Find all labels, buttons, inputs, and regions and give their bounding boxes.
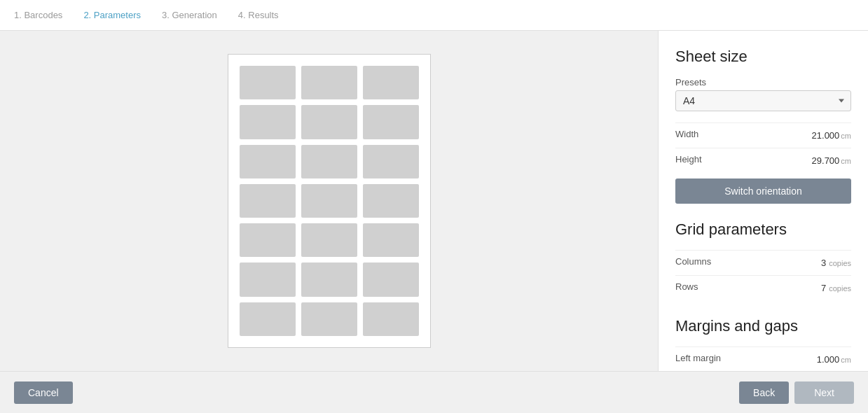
cancel-button[interactable]: Cancel — [14, 382, 73, 404]
bottom-bar: Cancel Back Next — [0, 371, 868, 413]
width-label: Width — [675, 129, 698, 139]
left-margin-label: Left margin — [675, 353, 721, 363]
sheet-size-title: Sheet size — [675, 48, 851, 66]
barcode-cell — [301, 262, 357, 296]
rows-value: 7copies — [821, 283, 851, 293]
barcode-cell — [301, 223, 357, 257]
sheet-preview — [228, 54, 431, 348]
nav-step-generation[interactable]: 3. Generation — [162, 10, 217, 20]
preview-area — [0, 31, 658, 371]
top-nav: 1. Barcodes 2. Parameters 3. Generation … — [0, 0, 868, 31]
nav-step-parameters[interactable]: 2. Parameters — [83, 10, 141, 20]
barcode-cell — [240, 145, 296, 178]
barcode-cell — [240, 66, 296, 99]
rows-row: Rows 7copies — [675, 275, 851, 300]
height-value: 29.700cm — [812, 155, 851, 166]
barcode-cell — [301, 145, 357, 178]
margins-title: Margins and gaps — [675, 317, 851, 335]
barcode-cell — [363, 145, 419, 178]
width-value: 21.000cm — [812, 130, 851, 141]
back-button[interactable]: Back — [739, 382, 789, 404]
rows-label: Rows — [675, 281, 698, 292]
barcode-cell — [363, 262, 419, 296]
main-content: Sheet size Presets A4 Width 21.000cm Hei… — [0, 31, 868, 371]
width-row: Width 21.000cm — [675, 122, 851, 148]
barcode-cell — [363, 302, 419, 336]
left-margin-row: Left margin 1.000cm — [675, 346, 851, 371]
preset-select-wrapper: A4 — [675, 90, 851, 111]
barcode-cell — [240, 223, 296, 257]
columns-row: Columns 3copies — [675, 250, 851, 275]
preset-select[interactable]: A4 — [675, 90, 851, 111]
barcode-cell — [301, 302, 357, 336]
grid-params-title: Grid parameters — [675, 220, 851, 239]
barcode-cell — [301, 184, 357, 218]
barcode-cell — [363, 105, 419, 139]
nav-step-results[interactable]: 4. Results — [238, 10, 279, 20]
presets-label: Presets — [675, 77, 851, 88]
height-label: Height — [675, 154, 702, 164]
barcode-cell — [240, 105, 296, 139]
height-row: Height 29.700cm — [675, 148, 851, 173]
nav-step-barcodes[interactable]: 1. Barcodes — [14, 10, 62, 20]
switch-orientation-button[interactable]: Switch orientation — [675, 178, 851, 204]
barcode-cell — [363, 184, 419, 218]
columns-label: Columns — [675, 256, 711, 267]
left-margin-value: 1.000cm — [817, 354, 851, 365]
barcode-cell — [301, 105, 357, 139]
right-panel: Sheet size Presets A4 Width 21.000cm Hei… — [658, 31, 868, 371]
barcode-cell — [240, 302, 296, 336]
barcode-cell — [240, 184, 296, 218]
barcode-cell — [363, 223, 419, 257]
nav-buttons: Back Next — [739, 382, 854, 404]
barcode-cell — [240, 262, 296, 296]
barcode-cell — [363, 66, 419, 99]
next-button[interactable]: Next — [794, 382, 854, 404]
columns-value: 3copies — [821, 258, 851, 268]
barcode-cell — [301, 66, 357, 99]
